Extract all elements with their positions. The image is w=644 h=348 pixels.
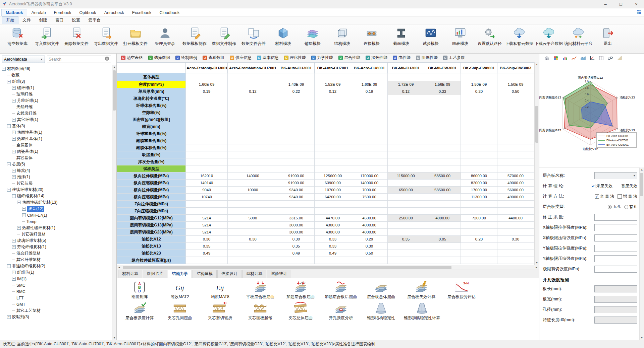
value-cell[interactable] <box>461 208 497 215</box>
value-cell[interactable]: 3315.00 <box>278 215 315 222</box>
value-cell[interactable] <box>351 151 388 158</box>
value-cell[interactable] <box>497 201 534 208</box>
table-vertical-scrollbar[interactable]: ▲ ▼ <box>534 62 539 265</box>
column-header-material[interactable]: BK-Mil-CW3001 <box>424 63 461 73</box>
bar-chart-icon[interactable] <box>562 55 568 61</box>
value-cell[interactable]: 1.60E-09 <box>186 81 228 88</box>
expand-icon[interactable]: + <box>17 226 21 230</box>
property-label-cell[interactable]: Z向压缩模量(MPa) <box>117 208 186 215</box>
value-cell[interactable] <box>497 229 534 236</box>
module-tab-0[interactable]: 材料计算 <box>118 270 142 278</box>
value-cell[interactable]: 3000.00 <box>278 229 315 236</box>
property-label-cell[interactable]: 树脂体积含量(%) <box>117 144 186 151</box>
value-cell[interactable]: 4000.00 <box>351 229 388 236</box>
value-cell[interactable]: 170000.00 <box>351 172 388 180</box>
menu-item-4[interactable]: 设置 <box>68 16 84 24</box>
stiffened-plate-postbuckling-button[interactable]: 加筋层合板后屈曲 <box>323 281 358 300</box>
value-cell[interactable] <box>228 180 278 187</box>
tool-9-material-cube-button[interactable]: 材料模块 <box>268 27 298 47</box>
expand-icon[interactable]: + <box>12 277 16 281</box>
tree-item-32[interactable]: + 纤维毡(1) <box>0 269 112 276</box>
value-cell[interactable] <box>497 165 534 172</box>
value-cell[interactable] <box>228 243 278 250</box>
value-cell[interactable] <box>461 222 497 229</box>
expand-icon[interactable]: + <box>12 137 16 141</box>
value-cell[interactable] <box>278 137 315 144</box>
tree-item-33[interactable]: + IM(1) <box>0 276 112 282</box>
scroll-right-icon[interactable]: ► <box>534 265 539 270</box>
value-cell[interactable]: 3000.00 <box>278 222 315 229</box>
app-tab-optibook[interactable]: Optibook <box>75 9 100 16</box>
value-cell[interactable]: 56000.00 <box>497 187 534 194</box>
expand-icon[interactable]: + <box>12 99 16 102</box>
value-cell[interactable] <box>461 229 497 236</box>
value-cell[interactable]: 64200.00 <box>315 194 351 201</box>
value-cell[interactable]: 0.05 <box>424 236 461 243</box>
axes-chart-icon[interactable] <box>589 55 595 61</box>
draw-chart-button[interactable]: 绘制图例 <box>173 54 200 61</box>
tree-item-2[interactable]: − 纤维(3) <box>0 78 112 85</box>
ruler-icon[interactable] <box>616 55 622 61</box>
hygrothermal-button[interactable]: 湿热性能 <box>363 54 390 61</box>
value-cell[interactable] <box>461 243 497 250</box>
value-cell[interactable] <box>461 130 497 137</box>
column-header-material[interactable]: Aero-Testonly-CU3001 <box>186 63 228 73</box>
module-tab-4[interactable]: 连接设计 <box>217 270 241 278</box>
value-cell[interactable] <box>228 137 278 144</box>
value-cell[interactable] <box>278 151 315 158</box>
value-cell[interactable] <box>461 201 497 208</box>
value-cell[interactable]: 0.19 <box>186 88 228 95</box>
core-face-wrinkle-button[interactable]: 夹芯面板起皱 <box>243 302 278 321</box>
module-tab-2[interactable]: 结构力学 <box>168 270 192 278</box>
value-cell[interactable] <box>278 123 315 130</box>
mechanical-button[interactable]: 力学性能 <box>309 54 335 61</box>
value-cell[interactable] <box>228 95 278 102</box>
value-cell[interactable]: 10000 <box>228 187 278 194</box>
property-label-cell[interactable]: 横向压缩模量(MPa) <box>117 194 186 201</box>
property-label-cell[interactable]: 横向拉伸模量(MPa) <box>117 187 186 194</box>
value-cell[interactable] <box>424 95 461 102</box>
char-length-d0-input[interactable] <box>594 317 637 324</box>
value-cell[interactable]: 82000.00 <box>461 180 497 187</box>
link-icon[interactable] <box>607 55 613 61</box>
cone-stiffened-stability-button[interactable]: 锥形加筋稳定性计算 <box>404 302 440 321</box>
plate-length-input[interactable] <box>594 285 637 292</box>
value-cell[interactable]: 17000.00 <box>461 187 497 194</box>
value-cell[interactable] <box>315 158 351 165</box>
table-horizontal-scrollbar[interactable]: ◄ ► <box>117 265 539 270</box>
y-tensile-limit-input[interactable] <box>594 245 637 252</box>
minimize-button[interactable]: – <box>598 0 613 8</box>
value-cell[interactable] <box>186 144 228 151</box>
tree-item-1[interactable]: 收藏 <box>0 72 112 78</box>
value-cell[interactable] <box>388 208 424 215</box>
property-label-cell[interactable]: 层间剪切模量G13(MPa) <box>117 222 186 229</box>
collapse-icon[interactable]: − <box>7 188 11 192</box>
supply-info-button[interactable]: 供应信息 <box>227 54 254 61</box>
value-cell[interactable]: 125600.00 <box>315 172 351 180</box>
scroll-up-icon[interactable]: ▲ <box>640 167 644 172</box>
value-cell[interactable]: 4000.00 <box>424 215 461 222</box>
value-cell[interactable] <box>315 257 351 264</box>
value-cell[interactable] <box>228 158 278 165</box>
collapse-icon[interactable]: − <box>2 67 6 71</box>
expand-icon[interactable]: + <box>7 315 11 319</box>
collapse-icon[interactable]: − <box>17 201 21 204</box>
shear-limit-input[interactable] <box>594 266 637 273</box>
value-cell[interactable] <box>315 165 351 172</box>
tree-item-31[interactable]: − 非连续纤维复材(2) <box>0 263 112 269</box>
column-header-material[interactable]: BK-Ship-CW3003 <box>497 63 534 73</box>
menu-item-1[interactable]: 文件 <box>18 16 35 24</box>
value-cell[interactable]: 91900.00 <box>278 180 315 187</box>
value-cell[interactable] <box>315 208 351 215</box>
calc-theory-checkbox-0[interactable]: ✔未层失效 <box>591 183 612 189</box>
property-label-cell[interactable]: 纤维重量含量(%) <box>117 130 186 137</box>
value-cell[interactable]: 57000.00 <box>497 172 534 180</box>
value-cell[interactable]: 7000.00 <box>351 187 388 194</box>
value-cell[interactable] <box>228 109 278 116</box>
y-compressive-limit-input[interactable] <box>594 255 637 262</box>
laminate-strength-button[interactable]: 层合板强度计算 <box>122 302 157 321</box>
tool-16-default-path-gear-button[interactable]: 设置默认路径 <box>475 27 504 47</box>
open-hole-analysis-button[interactable]: 开孔强度分析 <box>323 302 358 321</box>
area-chart-icon[interactable] <box>580 55 586 61</box>
menu-item-3[interactable]: 窗口 <box>51 16 68 24</box>
